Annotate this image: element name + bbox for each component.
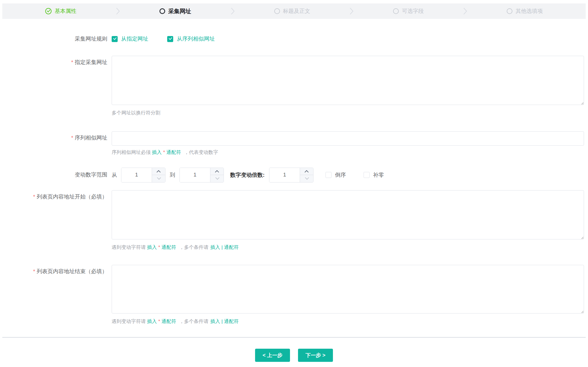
check-circle-icon: [45, 8, 52, 14]
multiplier-number-input: [269, 168, 313, 182]
next-step-button[interactable]: 下一步 >: [298, 349, 333, 362]
step-basic-properties[interactable]: 基本属性: [45, 7, 76, 15]
from-label: 从: [112, 171, 117, 179]
list-start-label: *列表页内容地址开始（必填）: [0, 190, 112, 201]
previous-step-button[interactable]: < 上一步: [255, 349, 290, 362]
list-start-hint: 遇到变动字符请 插入*通配符 ，多个条件请 插入 | 通配符: [112, 244, 584, 251]
specified-urls-textarea[interactable]: [112, 56, 584, 105]
stepper-up-button[interactable]: [300, 168, 313, 175]
specified-urls-hint: 多个网址以换行符分割: [112, 110, 584, 116]
step-label: 标题及正文: [283, 7, 310, 15]
insert-or-wildcard-link[interactable]: 插入 | 通配符: [210, 245, 239, 250]
checkbox-label: 从序列相似网址: [177, 35, 215, 43]
collect-rule-label: 采集网址规则: [0, 35, 112, 43]
stepper-down-button[interactable]: [152, 175, 165, 182]
row-number-range: 变动数字范围 从 到 数字变动倍数:: [0, 168, 588, 182]
sequence-url-input[interactable]: [112, 131, 584, 146]
checkbox-unchecked-icon[interactable]: [325, 172, 332, 178]
chevron-right-icon: [350, 7, 354, 15]
step-title-body[interactable]: 标题及正文: [274, 7, 310, 15]
stepper-down-button[interactable]: [300, 175, 313, 182]
chevron-up-icon: [305, 170, 309, 174]
step-label: 可选字段: [402, 7, 424, 15]
list-end-textarea[interactable]: [112, 265, 584, 314]
row-specified-urls: *指定采集网址 多个网址以换行符分割: [0, 56, 588, 131]
number-range-label: 变动数字范围: [0, 171, 112, 179]
insert-wildcard-link[interactable]: 插入*通配符: [147, 245, 176, 250]
multiplier-value-field[interactable]: [269, 168, 300, 182]
circle-icon: [507, 8, 512, 14]
checkbox-checked-icon[interactable]: [112, 36, 118, 42]
list-end-label: *列表页内容地址结束（必填）: [0, 265, 112, 275]
multiplier-steppers: [300, 168, 313, 182]
chevron-down-icon: [157, 176, 161, 180]
footer-actions: < 上一步 下一步 >: [0, 349, 588, 362]
list-start-textarea[interactable]: [112, 190, 584, 239]
specified-urls-label: *指定采集网址: [0, 56, 112, 66]
chevron-right-icon: [463, 7, 467, 15]
step-bar: 基本属性 采集网址 标题及正文 可选字段 其他选填项: [2, 3, 586, 19]
row-list-end: *列表页内容地址结束（必填） 遇到变动字符请 插入*通配符 ，多个条件请 插入 …: [0, 265, 588, 325]
from-value-field[interactable]: [121, 168, 152, 182]
sequence-url-hint: 序列相似网址必须 插入*通配符 ，代表变动数字: [112, 149, 584, 156]
to-value-field[interactable]: [180, 168, 210, 182]
step-other-options[interactable]: 其他选填项: [507, 7, 543, 15]
row-sequence-url: *序列相似网址 序列相似网址必须 插入*通配符 ，代表变动数字: [0, 131, 588, 168]
step-label: 采集网址: [168, 7, 191, 15]
stepper-up-button[interactable]: [152, 168, 165, 175]
step-optional-fields[interactable]: 可选字段: [393, 7, 424, 15]
chevron-right-icon: [116, 7, 120, 15]
row-list-start: *列表页内容地址开始（必填） 遇到变动字符请 插入*通配符 ，多个条件请 插入 …: [0, 190, 588, 265]
row-collect-rule: 采集网址规则 从指定网址 从序列相似网址: [0, 35, 588, 43]
circle-icon: [159, 8, 165, 14]
sequence-url-label: *序列相似网址: [0, 131, 112, 142]
checkbox-reverse-order[interactable]: 倒序: [325, 171, 346, 179]
insert-wildcard-link[interactable]: 插入*通配符: [152, 150, 181, 155]
insert-or-wildcard-link[interactable]: 插入 | 通配符: [210, 319, 239, 324]
checkbox-label: 从指定网址: [121, 35, 148, 43]
from-steppers: [152, 168, 165, 182]
collect-url-form: 采集网址规则 从指定网址 从序列相似网址 *指定采集网址 多个网址以换行符分割: [0, 19, 588, 325]
checkbox-checked-icon[interactable]: [167, 36, 173, 42]
required-asterisk: *: [33, 268, 35, 274]
chevron-down-icon: [215, 176, 219, 180]
step-collect-urls[interactable]: 采集网址: [159, 7, 191, 15]
chevron-down-icon: [305, 176, 309, 180]
circle-icon: [274, 8, 280, 14]
insert-wildcard-link[interactable]: 插入*通配符: [147, 319, 176, 324]
chevron-up-icon: [215, 170, 219, 174]
checkbox-unchecked-icon[interactable]: [364, 172, 370, 178]
to-label: 到: [170, 171, 175, 179]
circle-icon: [393, 8, 399, 14]
stepper-down-button[interactable]: [210, 175, 224, 182]
step-label: 其他选填项: [516, 7, 543, 15]
from-number-input: [121, 168, 165, 182]
to-steppers: [210, 168, 224, 182]
checkbox-from-sequence-url[interactable]: 从序列相似网址: [167, 35, 215, 43]
chevron-up-icon: [157, 170, 161, 174]
list-end-hint: 遇到变动字符请 插入*通配符 ，多个条件请 插入 | 通配符: [112, 318, 584, 325]
checkbox-label: 倒序: [335, 171, 346, 179]
checkbox-label: 补零: [373, 171, 384, 179]
chevron-right-icon: [231, 7, 235, 15]
required-asterisk: *: [71, 135, 73, 141]
stepper-up-button[interactable]: [210, 168, 224, 175]
checkbox-pad-zero[interactable]: 补零: [364, 171, 384, 179]
collect-rule-options: 从指定网址 从序列相似网址: [112, 35, 584, 43]
multiplier-label: 数字变动倍数:: [230, 171, 265, 179]
to-number-input: [179, 168, 224, 182]
required-asterisk: *: [33, 194, 35, 200]
checkbox-from-specified-url[interactable]: 从指定网址: [112, 35, 148, 43]
footer-divider: [2, 337, 586, 338]
required-asterisk: *: [71, 59, 73, 65]
step-label: 基本属性: [55, 7, 76, 15]
